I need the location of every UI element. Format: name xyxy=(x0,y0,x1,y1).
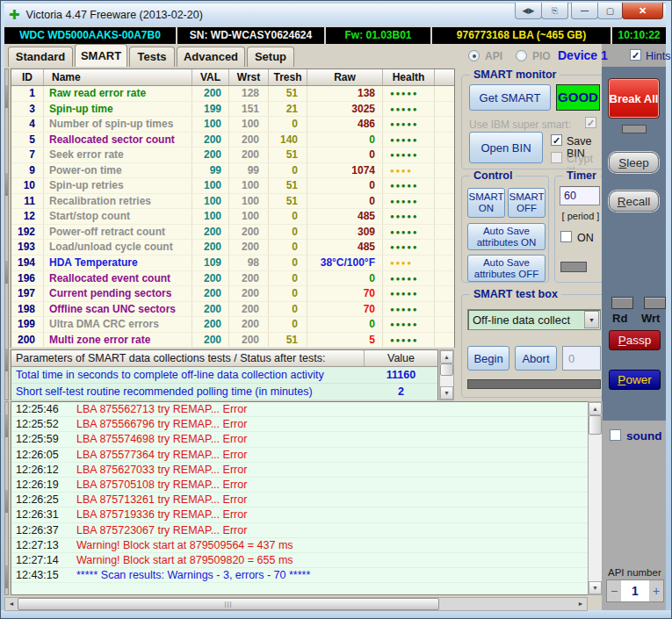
row-filler xyxy=(435,194,454,209)
params-scrollbar[interactable]: ▲ ▼ xyxy=(439,349,454,400)
begin-button[interactable]: Begin xyxy=(467,346,509,371)
header-name[interactable]: Name xyxy=(44,69,192,85)
scroll-down-icon[interactable]: ▼ xyxy=(589,581,602,594)
sleep-button[interactable]: Sleep xyxy=(609,152,659,173)
attr-id: 192 xyxy=(11,225,44,240)
log-message: LBA 875577364 try REMAP... Error xyxy=(62,448,247,462)
log-panel[interactable]: 12:25:46 LBA 875562713 try REMAP... Erro… xyxy=(11,401,588,595)
detach-button[interactable]: ⎘ xyxy=(541,3,568,19)
row-filler xyxy=(435,333,454,348)
attribute-row[interactable]: 194 HDA Temperature 109 98 0 38°C/100°F … xyxy=(11,256,454,271)
ibm-super-smart-checkbox[interactable]: ✓ xyxy=(585,117,596,128)
attribute-row[interactable]: 10 Spin-up retries 100 100 51 0 ●●●●● xyxy=(11,178,454,194)
auto-save-off-button[interactable]: Auto Save attributes OFF xyxy=(467,255,546,282)
recall-button[interactable]: Recall xyxy=(609,191,659,212)
tab-standard[interactable]: Standard xyxy=(8,47,73,67)
timer-period-input[interactable]: 60 xyxy=(560,186,600,205)
scroll-thumb[interactable]: ||| xyxy=(18,598,439,610)
crypt-checkbox[interactable] xyxy=(551,152,562,163)
health-dots: ●●●●● xyxy=(383,317,435,332)
attribute-row[interactable]: 1 Raw read error rate 200 128 51 138 ●●●… xyxy=(11,86,454,102)
log-entry: 12:26:05 LBA 875577364 try REMAP... Erro… xyxy=(11,448,588,463)
nav-arrows-button[interactable]: ◀▶ xyxy=(515,3,542,19)
abort-button[interactable]: Abort xyxy=(515,346,557,371)
tab-smart[interactable]: SMART xyxy=(75,44,127,67)
params-row[interactable]: Short self-test routine recommended poll… xyxy=(11,384,437,400)
header-health[interactable]: Health xyxy=(383,69,435,85)
auto-save-on-button[interactable]: Auto Save attributes ON xyxy=(467,223,546,250)
scroll-thumb[interactable] xyxy=(440,363,453,376)
test-progress-bar xyxy=(467,379,601,389)
get-smart-button[interactable]: Get SMART xyxy=(469,84,551,111)
header-id[interactable]: ID xyxy=(11,69,44,85)
attribute-row[interactable]: 199 Ultra DMA CRC errors 200 200 0 0 ●●●… xyxy=(11,317,454,333)
attribute-row[interactable]: 5 Reallocated sector count 200 200 140 0… xyxy=(11,133,454,148)
row-filler xyxy=(435,163,454,178)
attribute-row[interactable]: 11 Recalibration retries 100 100 51 0 ●●… xyxy=(11,194,454,210)
titlebar[interactable]: ✚ Victoria 4.47 Freeware (2013-02-20) ◀▶… xyxy=(4,4,666,26)
scroll-up-icon[interactable]: ▲ xyxy=(589,402,602,415)
row-filler xyxy=(435,271,454,286)
log-left-splitter[interactable] xyxy=(4,401,9,595)
chevron-down-icon[interactable]: ▼ xyxy=(584,311,599,328)
break-all-button[interactable]: Break All xyxy=(608,78,660,119)
scroll-left-icon[interactable]: ◄ xyxy=(5,598,18,610)
pio-radio[interactable] xyxy=(516,50,527,61)
clock: 10:10:22 xyxy=(612,27,666,44)
api-radio[interactable] xyxy=(468,50,480,61)
hints-checkbox[interactable]: ✓ xyxy=(630,49,641,61)
tab-tests[interactable]: Tests xyxy=(129,47,175,67)
header-wrst[interactable]: Wrst xyxy=(229,69,269,85)
test-box-legend: SMART test box xyxy=(470,288,561,300)
write-activity-indicator xyxy=(644,297,666,309)
sound-checkbox[interactable] xyxy=(610,429,621,441)
timer-on-checkbox[interactable] xyxy=(560,231,572,242)
header-val[interactable]: VAL xyxy=(192,69,229,85)
log-timestamp: 12:27:13 xyxy=(11,538,62,552)
left-splitter[interactable] xyxy=(4,68,9,400)
params-row[interactable]: Total time in seconds to complete off-li… xyxy=(11,367,437,384)
save-bin-checkbox[interactable]: ✓ xyxy=(551,134,562,146)
attr-name: Power-off retract count xyxy=(44,225,192,240)
maximize-button[interactable]: ▢ xyxy=(597,3,623,19)
close-button[interactable]: ✕ xyxy=(622,3,663,19)
timer-period-label: [ period ] xyxy=(557,211,604,221)
header-raw[interactable]: Raw xyxy=(307,69,383,85)
timer-indicator xyxy=(560,262,587,272)
tab-setup[interactable]: Setup xyxy=(247,47,294,67)
attribute-row[interactable]: 7 Seek error rate 200 200 51 0 ●●●●● xyxy=(11,148,454,163)
attribute-row[interactable]: 200 Multi zone error rate 200 200 51 5 ●… xyxy=(11,333,454,349)
log-entry: 12:25:52 LBA 875566796 try REMAP... Erro… xyxy=(11,417,588,432)
attr-id: 5 xyxy=(11,133,44,148)
password-button[interactable]: Passp xyxy=(609,330,661,350)
minimize-button[interactable]: — xyxy=(571,3,598,19)
log-horizontal-scrollbar[interactable]: ◄ ||| ► xyxy=(4,597,588,611)
attribute-row[interactable]: 3 Spin-up time 199 151 21 3025 ●●●●● xyxy=(11,102,454,118)
smart-off-button[interactable]: SMART OFF xyxy=(508,188,546,218)
open-bin-button[interactable]: Open BIN xyxy=(469,132,543,163)
power-button[interactable]: Power xyxy=(609,370,661,390)
test-select[interactable]: Off-line data collect ▼ xyxy=(467,309,601,330)
attribute-row[interactable]: 198 Offline scan UNC sectors 200 200 0 7… xyxy=(11,302,454,318)
attribute-row[interactable]: 192 Power-off retract count 200 200 0 30… xyxy=(11,225,454,241)
attribute-row[interactable]: 193 Load/unload cycle count 200 200 0 48… xyxy=(11,240,454,256)
params-title: Parameters of SMART data collections tes… xyxy=(11,350,365,366)
row-filler xyxy=(435,256,454,270)
decrement-button[interactable]: − xyxy=(607,580,621,601)
increment-button[interactable]: + xyxy=(649,580,663,601)
log-scrollbar[interactable]: ▲ ▼ xyxy=(588,401,603,595)
header-tresh[interactable]: Tresh xyxy=(269,69,307,85)
scroll-down-icon[interactable]: ▼ xyxy=(440,386,453,399)
attr-val: 200 xyxy=(192,86,229,101)
tab-advanced[interactable]: Advanced xyxy=(177,47,245,67)
scroll-up-icon[interactable]: ▲ xyxy=(440,350,453,363)
attribute-row[interactable]: 12 Start/stop count 100 100 0 485 ●●●●● xyxy=(11,209,454,225)
test-counter-field[interactable]: 0 xyxy=(562,346,601,371)
smart-on-button[interactable]: SMART ON xyxy=(467,188,505,218)
attribute-row[interactable]: 196 Reallocated event count 200 200 0 0 … xyxy=(11,271,454,287)
attribute-row[interactable]: 4 Number of spin-up times 100 100 0 486 … xyxy=(11,117,454,133)
attribute-row[interactable]: 197 Current pending sectors 200 200 0 70… xyxy=(11,286,454,302)
scroll-thumb[interactable] xyxy=(589,415,602,435)
attribute-row[interactable]: 9 Power-on time 99 99 0 1074 ●●●● xyxy=(11,163,454,179)
scroll-right-icon[interactable]: ► xyxy=(574,598,587,610)
